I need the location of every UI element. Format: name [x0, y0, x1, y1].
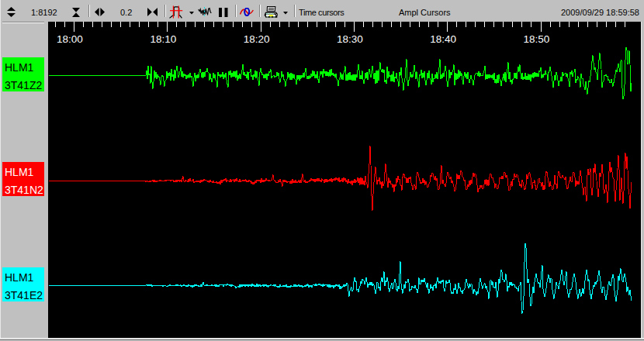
svg-text:18:50: 18:50 — [524, 33, 550, 45]
svg-text:18:30: 18:30 — [337, 33, 363, 45]
svg-text:18:20: 18:20 — [244, 33, 270, 45]
svg-text:18:10: 18:10 — [150, 33, 176, 45]
svg-text:18:00: 18:00 — [57, 33, 83, 45]
svg-text:18:40: 18:40 — [430, 33, 456, 45]
